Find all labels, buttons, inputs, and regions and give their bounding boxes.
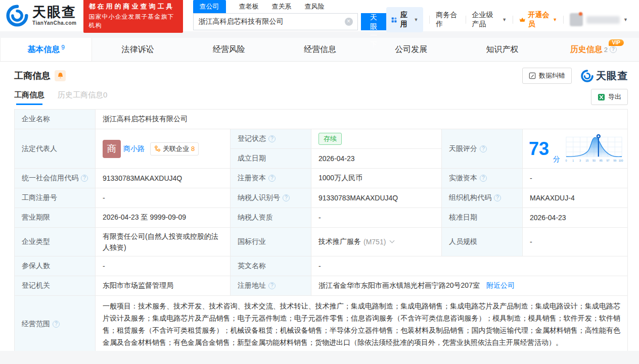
subtab-history-business-info[interactable]: 历史工商信息0 <box>58 90 107 105</box>
nearby-companies-link[interactable]: 附近公司 <box>486 281 515 290</box>
export-label: 导出 <box>608 92 621 101</box>
divider <box>466 16 466 24</box>
label-text: 注册地址 <box>238 281 266 290</box>
taxpayer-qual-label: 纳税人资质 <box>231 208 311 228</box>
score-value[interactable]: 73 分 <box>523 129 628 169</box>
data-correction-icon <box>529 72 536 79</box>
business-scope-label: 经营范围 <box>15 296 96 352</box>
table-row: 工商注册号 - 纳税人识别号 91330783MAKAXDUJ4Q 组织机构代码… <box>15 188 627 208</box>
enterprise-label: 企业级产品 <box>472 11 500 29</box>
paid-capital-value: - <box>523 169 627 188</box>
business-cooperation-link[interactable]: 商务合作 <box>436 11 459 29</box>
english-name-label: 英文名称 <box>231 256 311 276</box>
main-content: 工商信息 数据纠错 <box>0 68 639 353</box>
help-icon[interactable] <box>494 194 501 201</box>
help-icon[interactable] <box>283 194 290 201</box>
divider <box>429 16 430 24</box>
help-icon[interactable] <box>268 175 276 182</box>
reg-authority-value: 东阳市市场监督管理局 <box>96 276 231 296</box>
industry-value[interactable]: 技术推广服务 (M751) <box>311 228 442 256</box>
subtab-label: 历史工商信息 <box>58 90 103 99</box>
legal-rep-label: 法定代表人 <box>15 129 96 169</box>
tianyancha-swirl-icon <box>6 5 28 27</box>
user-account[interactable]: ▼ <box>570 13 628 26</box>
subtab-bar: 工商信息 历史工商信息0 导出 <box>14 89 628 106</box>
score-distribution-chart: 0 1 3 15 50 85 97 99 100 <box>564 133 624 165</box>
help-icon[interactable] <box>480 145 487 152</box>
monitor-bell-button[interactable] <box>55 70 66 81</box>
industry-label: 国标行业 <box>231 228 311 256</box>
bell-icon <box>57 72 64 79</box>
insured-count-value: - <box>96 256 231 276</box>
search-tab-relation[interactable]: 查关系 <box>272 0 292 13</box>
related-count: 8 <box>191 145 195 152</box>
site-logo[interactable]: 天眼查 TianYanCha.com <box>6 5 76 27</box>
clear-search-icon[interactable] <box>345 18 353 26</box>
reg-address-label: 注册地址 <box>231 276 311 296</box>
label-text: 组织机构代码 <box>449 193 491 202</box>
apps-menu[interactable]: 应用 ▼ <box>386 7 423 32</box>
label-text: 实缴资本 <box>449 174 477 183</box>
industry-name: 技术推广服务 <box>318 237 361 246</box>
open-vip-link[interactable]: 开通会员 ▼ <box>519 11 557 29</box>
company-nav-tabs: 基本信息 9 法律诉讼 经营风险 经营信息 公司发展 知识产权 VIP 历史信息… <box>0 38 639 62</box>
tab-count: 9 <box>61 44 65 51</box>
help-icon[interactable] <box>53 321 60 328</box>
credit-code-label: 统一社会信用代码 <box>15 169 96 188</box>
search-tab-company[interactable]: 查公司 <box>193 0 226 13</box>
enterprise-products-link[interactable]: 企业级产品 ▼ <box>472 11 507 29</box>
tick-label: 99 <box>613 159 616 162</box>
tab-history-info[interactable]: VIP 历史信息 2 <box>548 38 639 61</box>
watermark-logo: 天眼查 <box>581 69 628 83</box>
tab-operation-risk[interactable]: 经营风险 <box>184 38 275 61</box>
logo-domain: TianYanCha.com <box>32 21 76 26</box>
tab-label: 公司发展 <box>395 44 427 55</box>
tab-company-development[interactable]: 公司发展 <box>366 38 457 61</box>
label-text: 纳税人识别号 <box>238 193 280 202</box>
org-code-value: MAKAXDUJ-4 <box>523 188 627 208</box>
tab-basic-info[interactable]: 基本信息 9 <box>0 38 92 61</box>
chevron-down-icon: ▼ <box>553 17 557 22</box>
apps-label: 应用 <box>400 11 411 29</box>
help-icon[interactable] <box>268 282 276 289</box>
top-nav: 应用 ▼ 商务合作 企业级产品 ▼ 开通会员 ▼ <box>386 7 628 32</box>
company-name-value: 浙江高科启芯科技有限公司 <box>96 110 627 129</box>
tick-label: 1 <box>572 159 574 162</box>
tab-legal-litigation[interactable]: 法律诉讼 <box>92 38 183 61</box>
status-badge: 存续 <box>318 133 342 145</box>
table-row: 参保人数 - 英文名称 - <box>15 256 627 276</box>
data-correction-button[interactable]: 数据纠错 <box>522 68 572 84</box>
company-type-value: 有限责任公司(自然人投资或控股的法人独资) <box>96 228 231 256</box>
tab-label: 基本信息 <box>27 44 60 55</box>
search-input[interactable] <box>193 13 358 30</box>
label-text: 登记状态 <box>238 134 266 143</box>
promo-line2: 国家中小企业发展子基金旗下机构 <box>88 13 177 30</box>
legal-rep-link[interactable]: 商小路 <box>123 144 145 153</box>
related-label: 关联企业 <box>163 144 189 153</box>
help-icon[interactable] <box>268 135 276 142</box>
help-icon[interactable] <box>480 175 487 182</box>
legal-rep-avatar[interactable]: 商 <box>103 140 121 158</box>
table-row: 统一社会信用代码 91330783MAKAXDUJ4Q 注册资本 1000万人民… <box>15 169 627 188</box>
help-icon[interactable] <box>610 46 617 53</box>
related-companies-badge[interactable]: 关联企业 8 <box>150 142 199 155</box>
top-header: 天眼查 TianYanCha.com 都在用的商业查询工具 国家中小企业发展子基… <box>0 0 639 31</box>
export-button[interactable]: 导出 <box>591 89 628 105</box>
label-text: 统一社会信用代码 <box>22 174 78 183</box>
staff-size-value: - <box>523 228 627 256</box>
search-tab-boss[interactable]: 查老板 <box>239 0 259 13</box>
promo-banner: 都在用的商业查询工具 国家中小企业发展子基金旗下机构 <box>83 0 182 33</box>
approval-date-label: 核准日期 <box>442 208 523 228</box>
tianyancha-company-page: 天眼查 TianYanCha.com 都在用的商业查询工具 国家中小企业发展子基… <box>0 0 639 364</box>
tab-operation-info[interactable]: 经营信息 <box>275 38 366 61</box>
search-tab-risk[interactable]: 查风险 <box>305 0 325 13</box>
subtab-business-info[interactable]: 工商信息 <box>14 90 44 105</box>
search-block: 查公司 查老板 查关系 查风险 天眼一下 <box>193 1 387 30</box>
tab-intellectual-property[interactable]: 知识产权 <box>457 38 547 61</box>
search-button[interactable]: 天眼一下 <box>361 13 387 30</box>
divider <box>513 16 513 24</box>
tick-label: 0 <box>566 159 567 162</box>
reg-capital-value: 1000万人民币 <box>311 169 442 188</box>
help-icon[interactable] <box>81 175 88 182</box>
table-row: 经营范围 一般项目：技术服务、技术开发、技术咨询、技术交流、技术转让、技术推广；… <box>15 296 627 352</box>
